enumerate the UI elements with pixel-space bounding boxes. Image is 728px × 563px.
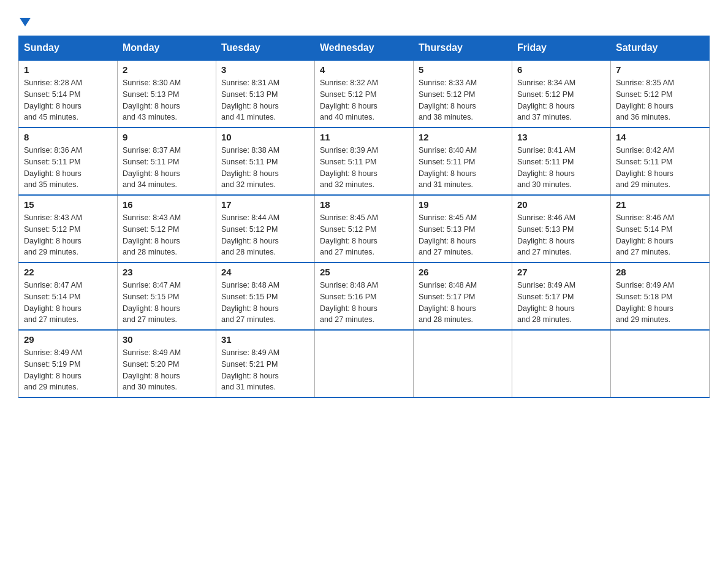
day-info: Sunrise: 8:49 AMSunset: 5:20 PMDaylight:… <box>123 347 211 393</box>
day-info: Sunrise: 8:49 AMSunset: 5:19 PMDaylight:… <box>24 347 112 393</box>
day-number: 27 <box>517 267 605 277</box>
day-info: Sunrise: 8:47 AMSunset: 5:14 PMDaylight:… <box>24 280 112 326</box>
day-number: 29 <box>24 334 112 345</box>
day-info: Sunrise: 8:48 AMSunset: 5:15 PMDaylight:… <box>221 280 309 326</box>
day-number: 2 <box>123 64 211 75</box>
day-number: 25 <box>320 267 408 277</box>
day-info: Sunrise: 8:36 AMSunset: 5:11 PMDaylight:… <box>24 145 112 191</box>
day-number: 9 <box>123 132 211 142</box>
calendar-cell: 12Sunrise: 8:40 AMSunset: 5:11 PMDayligh… <box>414 128 512 195</box>
calendar-cell: 9Sunrise: 8:37 AMSunset: 5:11 PMDaylight… <box>118 128 216 195</box>
calendar-week-3: 15Sunrise: 8:43 AMSunset: 5:12 PMDayligh… <box>19 195 710 262</box>
calendar-cell: 24Sunrise: 8:48 AMSunset: 5:15 PMDayligh… <box>216 262 315 330</box>
day-number: 11 <box>320 132 408 142</box>
calendar-cell: 29Sunrise: 8:49 AMSunset: 5:19 PMDayligh… <box>19 330 118 397</box>
calendar-table: SundayMondayTuesdayWednesdayThursdayFrid… <box>18 36 710 398</box>
header-friday: Friday <box>512 36 611 61</box>
calendar-cell <box>611 330 710 397</box>
day-info: Sunrise: 8:31 AMSunset: 5:13 PMDaylight:… <box>221 77 309 123</box>
day-number: 20 <box>517 199 605 210</box>
calendar-cell: 28Sunrise: 8:49 AMSunset: 5:18 PMDayligh… <box>611 262 710 330</box>
calendar-cell: 7Sunrise: 8:35 AMSunset: 5:12 PMDaylight… <box>611 60 710 128</box>
day-number: 8 <box>24 132 112 142</box>
day-info: Sunrise: 8:34 AMSunset: 5:12 PMDaylight:… <box>517 77 605 123</box>
header-monday: Monday <box>118 36 216 61</box>
calendar-week-5: 29Sunrise: 8:49 AMSunset: 5:19 PMDayligh… <box>19 330 710 397</box>
day-info: Sunrise: 8:41 AMSunset: 5:11 PMDaylight:… <box>517 145 605 191</box>
day-info: Sunrise: 8:49 AMSunset: 5:18 PMDaylight:… <box>616 280 704 326</box>
day-info: Sunrise: 8:32 AMSunset: 5:12 PMDaylight:… <box>320 77 408 123</box>
day-number: 30 <box>123 334 211 345</box>
logo <box>18 12 31 29</box>
calendar-cell <box>315 330 414 397</box>
calendar-week-4: 22Sunrise: 8:47 AMSunset: 5:14 PMDayligh… <box>19 262 710 330</box>
day-number: 16 <box>123 199 211 210</box>
calendar-cell: 13Sunrise: 8:41 AMSunset: 5:11 PMDayligh… <box>512 128 611 195</box>
day-number: 24 <box>221 267 309 277</box>
day-number: 12 <box>419 132 507 142</box>
day-number: 14 <box>616 132 704 142</box>
day-number: 13 <box>517 132 605 142</box>
day-number: 5 <box>419 64 507 75</box>
calendar-cell: 21Sunrise: 8:46 AMSunset: 5:14 PMDayligh… <box>611 195 710 262</box>
day-number: 7 <box>616 64 704 75</box>
day-number: 31 <box>221 334 309 345</box>
calendar-cell: 18Sunrise: 8:45 AMSunset: 5:12 PMDayligh… <box>315 195 414 262</box>
calendar-cell: 26Sunrise: 8:48 AMSunset: 5:17 PMDayligh… <box>414 262 512 330</box>
day-info: Sunrise: 8:43 AMSunset: 5:12 PMDaylight:… <box>123 212 211 258</box>
calendar-cell: 30Sunrise: 8:49 AMSunset: 5:20 PMDayligh… <box>118 330 216 397</box>
header-sunday: Sunday <box>19 36 118 61</box>
calendar-cell: 8Sunrise: 8:36 AMSunset: 5:11 PMDaylight… <box>19 128 118 195</box>
calendar-cell: 25Sunrise: 8:48 AMSunset: 5:16 PMDayligh… <box>315 262 414 330</box>
calendar-cell: 17Sunrise: 8:44 AMSunset: 5:12 PMDayligh… <box>216 195 315 262</box>
calendar-cell: 4Sunrise: 8:32 AMSunset: 5:12 PMDaylight… <box>315 60 414 128</box>
day-info: Sunrise: 8:33 AMSunset: 5:12 PMDaylight:… <box>419 77 507 123</box>
header-thursday: Thursday <box>414 36 512 61</box>
day-number: 3 <box>221 64 309 75</box>
page-header <box>18 12 710 29</box>
day-number: 18 <box>320 199 408 210</box>
calendar-cell: 22Sunrise: 8:47 AMSunset: 5:14 PMDayligh… <box>19 262 118 330</box>
calendar-cell: 2Sunrise: 8:30 AMSunset: 5:13 PMDaylight… <box>118 60 216 128</box>
calendar-cell: 27Sunrise: 8:49 AMSunset: 5:17 PMDayligh… <box>512 262 611 330</box>
day-number: 21 <box>616 199 704 210</box>
day-info: Sunrise: 8:43 AMSunset: 5:12 PMDaylight:… <box>24 212 112 258</box>
day-info: Sunrise: 8:44 AMSunset: 5:12 PMDaylight:… <box>221 212 309 258</box>
day-number: 1 <box>24 64 112 75</box>
day-info: Sunrise: 8:38 AMSunset: 5:11 PMDaylight:… <box>221 145 309 191</box>
calendar-cell: 3Sunrise: 8:31 AMSunset: 5:13 PMDaylight… <box>216 60 315 128</box>
day-info: Sunrise: 8:46 AMSunset: 5:13 PMDaylight:… <box>517 212 605 258</box>
day-info: Sunrise: 8:40 AMSunset: 5:11 PMDaylight:… <box>419 145 507 191</box>
day-info: Sunrise: 8:49 AMSunset: 5:21 PMDaylight:… <box>221 347 309 393</box>
day-number: 23 <box>123 267 211 277</box>
day-info: Sunrise: 8:39 AMSunset: 5:11 PMDaylight:… <box>320 145 408 191</box>
day-number: 15 <box>24 199 112 210</box>
calendar-cell <box>414 330 512 397</box>
day-info: Sunrise: 8:49 AMSunset: 5:17 PMDaylight:… <box>517 280 605 326</box>
header-wednesday: Wednesday <box>315 36 414 61</box>
calendar-cell <box>512 330 611 397</box>
calendar-week-1: 1Sunrise: 8:28 AMSunset: 5:14 PMDaylight… <box>19 60 710 128</box>
calendar-cell: 31Sunrise: 8:49 AMSunset: 5:21 PMDayligh… <box>216 330 315 397</box>
calendar-cell: 14Sunrise: 8:42 AMSunset: 5:11 PMDayligh… <box>611 128 710 195</box>
day-number: 6 <box>517 64 605 75</box>
header-tuesday: Tuesday <box>216 36 315 61</box>
calendar-cell: 6Sunrise: 8:34 AMSunset: 5:12 PMDaylight… <box>512 60 611 128</box>
calendar-cell: 1Sunrise: 8:28 AMSunset: 5:14 PMDaylight… <box>19 60 118 128</box>
calendar-cell: 11Sunrise: 8:39 AMSunset: 5:11 PMDayligh… <box>315 128 414 195</box>
day-info: Sunrise: 8:48 AMSunset: 5:17 PMDaylight:… <box>419 280 507 326</box>
calendar-cell: 23Sunrise: 8:47 AMSunset: 5:15 PMDayligh… <box>118 262 216 330</box>
day-info: Sunrise: 8:46 AMSunset: 5:14 PMDaylight:… <box>616 212 704 258</box>
logo-triangle-icon <box>20 18 31 26</box>
day-number: 19 <box>419 199 507 210</box>
day-info: Sunrise: 8:30 AMSunset: 5:13 PMDaylight:… <box>123 77 211 123</box>
day-info: Sunrise: 8:28 AMSunset: 5:14 PMDaylight:… <box>24 77 112 123</box>
day-info: Sunrise: 8:35 AMSunset: 5:12 PMDaylight:… <box>616 77 704 123</box>
day-info: Sunrise: 8:42 AMSunset: 5:11 PMDaylight:… <box>616 145 704 191</box>
day-info: Sunrise: 8:48 AMSunset: 5:16 PMDaylight:… <box>320 280 408 326</box>
day-number: 17 <box>221 199 309 210</box>
day-number: 26 <box>419 267 507 277</box>
day-number: 22 <box>24 267 112 277</box>
calendar-cell: 5Sunrise: 8:33 AMSunset: 5:12 PMDaylight… <box>414 60 512 128</box>
calendar-cell: 16Sunrise: 8:43 AMSunset: 5:12 PMDayligh… <box>118 195 216 262</box>
